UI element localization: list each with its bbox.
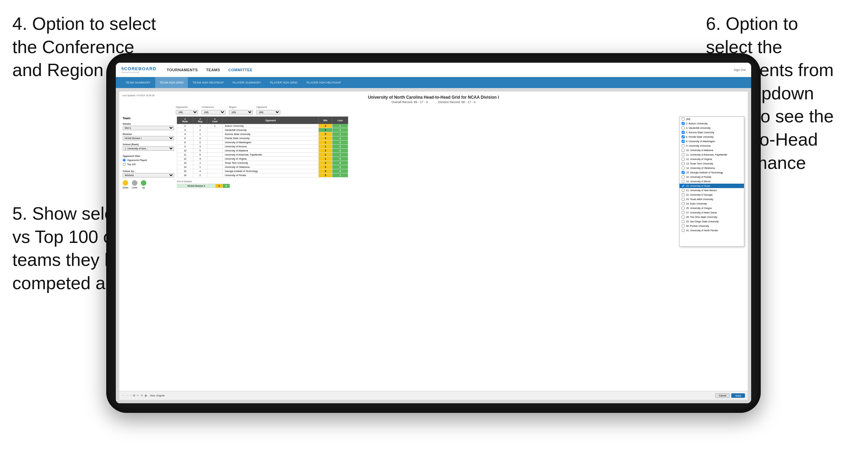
dropdown-item[interactable]: 15. Georgia Institute of Technology [680,170,744,175]
dropdown-checkbox[interactable] [682,198,685,201]
dropdown-checkbox[interactable] [682,211,685,214]
dropdown-item[interactable]: 8. University of Washington [680,139,744,144]
dropdown-checkbox[interactable] [682,162,685,165]
sub-nav-team-h2h-grid[interactable]: TEAM H2H GRID [155,77,188,88]
dropdown-item[interactable]: 30. Purdue University [680,224,744,228]
opponent-select[interactable]: (All) [256,110,280,114]
dropdown-checkbox[interactable] [682,202,685,205]
data-table-container: #Rank #Reg #Conf Opponent Win Loss 2 [177,116,676,377]
dropdown-item[interactable]: 23. Texas A&M University [680,197,744,201]
dropdown-item[interactable]: 24. Duke University [680,201,744,206]
apply-button[interactable]: Apply [731,393,745,398]
table-row: 15 [177,169,193,173]
dropdown-checkbox[interactable] [682,216,685,219]
sign-out[interactable]: Sign Out [734,68,746,72]
dropdown-checkbox[interactable] [682,175,685,179]
sub-nav: TEAM SUMMARY TEAM H2H GRID TEAM H2H HEAT… [116,77,751,88]
dropdown-item[interactable]: 18. University of Illinois [680,179,744,184]
sub-nav-team-h2h-heatmap[interactable]: TEAM H2H HEATMAP [188,77,228,88]
dropdown-checkbox[interactable] [682,229,685,232]
legend-down-label: Down [123,186,129,189]
colour-by-select[interactable]: Win/loss [123,173,174,177]
dropdown-item[interactable]: 4. Arizona State University [680,130,744,135]
dropdown-item[interactable]: 27. University of Notre Dame [680,210,744,215]
nav-committee[interactable]: COMMITTEE [228,68,253,72]
cancel-button[interactable]: Cancel [715,393,730,398]
dropdown-item[interactable]: 11. University of Arkansas, Fayetteville [680,152,744,157]
out-of-division-table: NCAA Division II 1 0 [177,184,230,188]
dropdown-checkbox[interactable] [682,180,685,183]
dropdown-item[interactable]: 14. University of Oklahoma [680,166,744,170]
sub-nav-player-h2h-grid[interactable]: PLAYER H2H GRID [266,77,302,88]
conference-select[interactable]: (All) [201,110,225,114]
gender-select[interactable]: Men's [123,126,174,130]
dropdown-checkbox[interactable] [682,144,685,147]
last-updated: Last Updated: 4/7/2024 16:55:38 [122,94,155,97]
dropdown-item[interactable]: 16. University of Florida [680,175,744,179]
top-100-option[interactable]: Top 100 [123,163,174,166]
school-rank-select[interactable]: 1. University of Nort... [123,146,174,151]
dropdown-item[interactable]: 10. University of Alabama [680,148,744,152]
dropdown-checkbox[interactable] [682,131,685,134]
sub-nav-player-summary[interactable]: PLAYER SUMMARY [229,77,265,88]
panel-title-area: University of North Carolina Head-to-Hea… [123,95,744,104]
dropdown-item[interactable]: 9. University of Arizona [680,144,744,148]
annotation-right-line1: 6. Option to [706,14,798,34]
dropdown-checkbox[interactable] [682,220,685,223]
conference-filter: Conference (All) [201,106,225,114]
col-reg: #Reg [193,117,207,124]
dropdown-item[interactable]: 13. Texas Tech University [680,161,744,166]
dropdown-checkbox[interactable] [682,140,685,143]
annotation-line2: the Conference [12,37,134,57]
legend-up-label: Up [142,186,145,189]
conference-label: Conference [201,106,225,108]
dropdown-checkbox[interactable] [682,158,685,161]
nav-tournaments[interactable]: TOURNAMENTS [167,68,198,72]
dropdown-checkbox[interactable] [682,153,685,156]
opponents-played-option[interactable]: Opponents Played [123,159,174,162]
dropdown-checkbox[interactable] [682,126,685,130]
dropdown-checkbox[interactable] [682,171,685,174]
dropdown-checkbox[interactable] [682,167,685,170]
region-select[interactable]: (All) [229,110,253,114]
opponent-dropdown[interactable]: (All)2. Auburn University3. Vanderbilt U… [679,116,744,247]
team-label: Team [123,116,174,120]
opponents-played-radio[interactable] [123,159,126,162]
dropdown-checkbox[interactable] [682,193,685,196]
gender-label: Gender [123,123,174,125]
dropdown-item[interactable]: 22. University of Georgia [680,193,744,197]
dropdown-checkbox[interactable] [682,122,685,125]
sub-nav-player-h2h-heatmap[interactable]: PLAYER H2H HEATMAP [302,77,345,88]
table-row: 10 [177,149,193,153]
opponents-select[interactable]: (All) [176,110,198,114]
dropdown-item[interactable]: 28. The Ohio State University [680,215,744,219]
nav-teams[interactable]: TEAMS [206,68,220,72]
annotation-line3: and Region [12,60,103,80]
top-100-radio[interactable] [123,163,126,166]
dropdown-item[interactable]: 21. University of New Mexico [680,188,744,193]
region-label: Region [229,106,253,108]
dropdown-item[interactable]: 6. Florida State University [680,135,744,139]
dropdown-item[interactable]: 29. San Diego State University [680,219,744,224]
dropdown-item[interactable]: 2. Auburn University [680,121,744,126]
dropdown-checkbox[interactable] [682,149,685,152]
dropdown-item[interactable]: 25. University of Oregon [680,206,744,210]
dropdown-item[interactable]: 3. Vanderbilt University [680,126,744,130]
table-row: 14 [177,165,193,169]
opponents-filter: Opponents: (All) [176,106,198,114]
school-rank-label: School (Rank) [123,143,174,146]
dropdown-checkbox[interactable] [682,135,685,138]
logo-text: 5COREBOARD [121,66,156,71]
dropdown-checkbox[interactable] [682,189,685,192]
dropdown-item[interactable]: 20. University of Texas [680,184,744,188]
dropdown-item[interactable]: 31. University of North Florida [680,228,744,233]
sub-nav-team-summary[interactable]: TEAM SUMMARY [121,77,155,88]
dropdown-checkbox[interactable] [682,118,685,121]
dropdown-item[interactable]: (All) [680,117,744,121]
division-select[interactable]: NCAA Division I [123,136,174,140]
dropdown-checkbox[interactable] [682,207,685,210]
dropdown-checkbox[interactable] [682,224,685,228]
dropdown-checkbox[interactable] [682,184,685,187]
table-row: 6 [177,136,193,140]
dropdown-item[interactable]: 12. University of Virginia [680,157,744,161]
